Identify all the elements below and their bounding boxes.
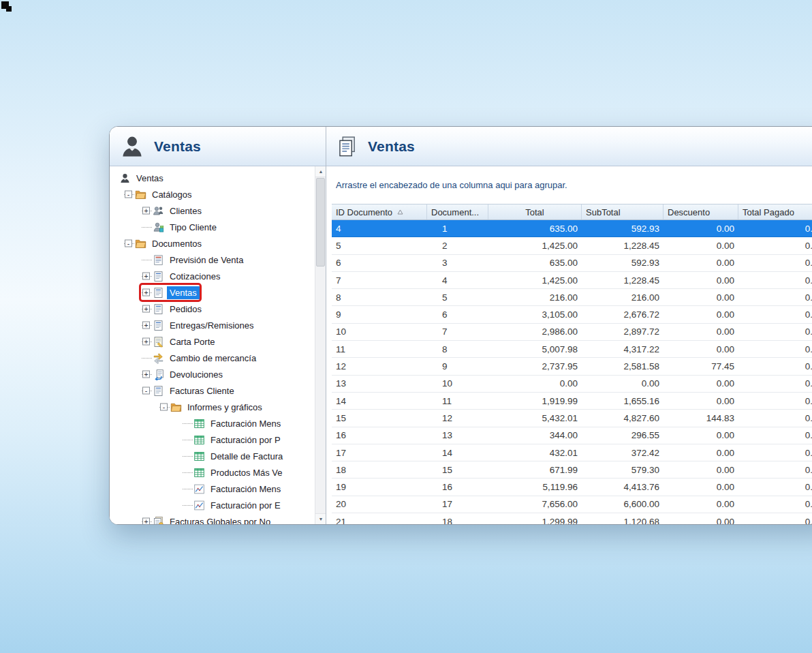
collapse-minus-icon[interactable]: - (142, 387, 150, 395)
grid-header-row: ID DocumentoDocument...TotalSubTotalDesc… (332, 204, 812, 220)
tree-item-entregas-remisiones[interactable]: +Entregas/Remisiones (114, 317, 326, 333)
tree-item-informes-y-graficos[interactable]: -Informes y gráficos (114, 399, 326, 415)
tree-item-carta-porte[interactable]: +Carta Porte (114, 333, 326, 350)
table-row[interactable]: 1815671.99579.300.000.00 (332, 461, 812, 479)
cell-subtotal: 1,655.16 (582, 393, 663, 409)
tree-item-label: Tipo Cliente (167, 221, 219, 234)
table-row[interactable]: 63635.00592.930.000.00 (332, 255, 812, 272)
expand-plus-icon[interactable]: + (142, 338, 150, 346)
tree-connector (182, 464, 193, 481)
tree-item-catalogos[interactable]: -Catálogos (114, 186, 326, 202)
clients-icon (153, 205, 164, 217)
tree-item-detalle-de-factura[interactable]: Detalle de Factura (114, 448, 326, 464)
tree-item-label: Facturación Mens (208, 417, 283, 430)
table-row[interactable]: 85216.00216.000.000.00 (332, 289, 812, 306)
cell-id-documento: 12 (332, 358, 427, 374)
cell-total-pagado: 0.00 (738, 461, 812, 478)
scroll-down-icon[interactable]: ▼ (315, 513, 326, 524)
column-header-subtotal[interactable]: SubTotal (582, 204, 663, 219)
tree-connector: + (141, 333, 153, 350)
tree-connector: - (141, 382, 153, 399)
table-row[interactable]: 13100.000.000.000.00 (332, 376, 812, 393)
tree-item-facturacion-mens[interactable]: Facturación Mens (114, 415, 326, 431)
column-header-label: Document... (431, 207, 479, 217)
expand-plus-icon[interactable]: + (142, 207, 150, 215)
column-header-document[interactable]: Document... (427, 204, 488, 219)
documents-icon (336, 135, 359, 158)
tree-item-ventas[interactable]: +Ventas (114, 284, 326, 301)
tree-item-documentos[interactable]: -Documentos (114, 235, 326, 252)
tree-connector: + (141, 301, 153, 317)
tree-item-cambio-de-mercancia[interactable]: Cambio de mercancía (114, 350, 326, 366)
tree-item-clientes[interactable]: +Clientes (114, 202, 326, 219)
cell-total-pagado: 0.00 (738, 479, 812, 495)
tree-item-tipo-cliente[interactable]: Tipo Cliente (114, 219, 326, 235)
collapse-minus-icon[interactable]: - (160, 404, 168, 411)
tree-connector: - (123, 186, 135, 202)
collapse-minus-icon[interactable]: - (125, 191, 132, 198)
table-row[interactable]: 1292,737.952,581.5877.450.00 (332, 358, 812, 375)
table-row[interactable]: 1185,007.984,317.220.000.00 (332, 341, 812, 358)
cell-document: 9 (427, 358, 488, 374)
tree-item-facturas-cliente[interactable]: -Facturas Cliente (114, 382, 326, 399)
table-row[interactable]: 1613344.00296.550.000.00 (332, 427, 812, 444)
table-row[interactable]: 14111,919.991,655.160.000.00 (332, 393, 812, 410)
tree-item-facturacion-mens[interactable]: Facturación Mens (114, 481, 326, 497)
cell-document: 5 (427, 289, 488, 305)
cell-document: 11 (427, 393, 488, 409)
tree-item-facturacion-por-p[interactable]: Facturación por P (114, 431, 326, 448)
expand-plus-icon[interactable]: + (142, 518, 150, 525)
expand-plus-icon[interactable]: + (142, 289, 150, 297)
expand-plus-icon[interactable]: + (142, 273, 150, 280)
table-row[interactable]: 19165,119.964,413.760.000.00 (332, 479, 812, 496)
data-grid: ID DocumentoDocument...TotalSubTotalDesc… (326, 204, 812, 524)
expand-plus-icon[interactable]: + (142, 322, 150, 329)
cell-descuento: 0.00 (663, 255, 738, 271)
cell-document: 3 (427, 255, 488, 271)
expand-plus-icon[interactable]: + (142, 305, 150, 313)
chart-report-icon (193, 500, 205, 511)
tree-item-label: Ventas (134, 172, 166, 185)
cell-total-pagado: 0.00 (738, 496, 812, 513)
table-row[interactable]: 21181,299.991,120.680.000.00 (332, 513, 812, 524)
column-header-descuento[interactable]: Descuento (663, 204, 738, 219)
expand-plus-icon[interactable]: + (142, 371, 150, 378)
table-row[interactable]: 41635.00592.930.000.00 (332, 220, 812, 237)
cell-id-documento: 21 (332, 513, 427, 524)
table-row[interactable]: 741,425.001,228.450.000.00 (332, 272, 812, 289)
cell-total-pagado: 0.00 (738, 410, 812, 426)
tree-item-prevision-de-venta[interactable]: Previsión de Venta (114, 252, 326, 268)
tree-item-facturacion-por-e[interactable]: Facturación por E (114, 497, 326, 513)
table-row[interactable]: 521,425.001,228.450.000.00 (332, 237, 812, 254)
grid-panel-header: Ventas (326, 127, 812, 166)
table-row[interactable]: 963,105.002,676.720.000.00 (332, 306, 812, 323)
document-icon (153, 320, 164, 331)
tree-item-facturas-globales-por-no[interactable]: +Facturas Globales por No (114, 513, 326, 524)
column-header-total-pagado[interactable]: Total Pagado (738, 204, 812, 219)
grid-rows: 41635.00592.930.000.00521,425.001,228.45… (332, 220, 812, 524)
tree-connector: + (141, 268, 153, 284)
cell-subtotal: 216.00 (582, 289, 663, 305)
collapse-minus-icon[interactable]: - (125, 240, 132, 247)
table-row[interactable]: 15125,432.014,827.60144.830.00 (332, 410, 812, 427)
table-row[interactable]: 20177,656.006,600.000.000.00 (332, 496, 812, 513)
column-header-total[interactable]: Total (488, 204, 582, 219)
table-row[interactable]: 1714432.01372.420.000.00 (332, 444, 812, 461)
tree-item-cotizaciones[interactable]: +Cotizaciones (114, 268, 326, 284)
table-row[interactable]: 1072,986.002,897.720.000.00 (332, 324, 812, 341)
scrollbar-thumb[interactable] (316, 178, 325, 267)
scroll-up-icon[interactable]: ▲ (315, 166, 326, 177)
tree-item-pedidos[interactable]: +Pedidos (114, 301, 326, 317)
tree-item-productos-mas-ve[interactable]: Productos Más Ve (114, 464, 326, 481)
tree-item-ventas[interactable]: Ventas (114, 170, 326, 186)
cell-document: 7 (427, 324, 488, 340)
cell-total-pagado: 0.00 (738, 513, 812, 524)
tree-item-devoluciones[interactable]: +Devoluciones (114, 366, 326, 382)
cell-document: 16 (427, 479, 488, 495)
column-header-id-documento[interactable]: ID Documento (332, 204, 427, 219)
tree-item-label: Clientes (167, 204, 204, 217)
cell-descuento: 0.00 (663, 272, 738, 288)
cell-id-documento: 18 (332, 461, 427, 478)
tree-scrollbar[interactable]: ▲ ▼ (315, 166, 326, 524)
cell-subtotal: 1,228.45 (582, 237, 663, 254)
